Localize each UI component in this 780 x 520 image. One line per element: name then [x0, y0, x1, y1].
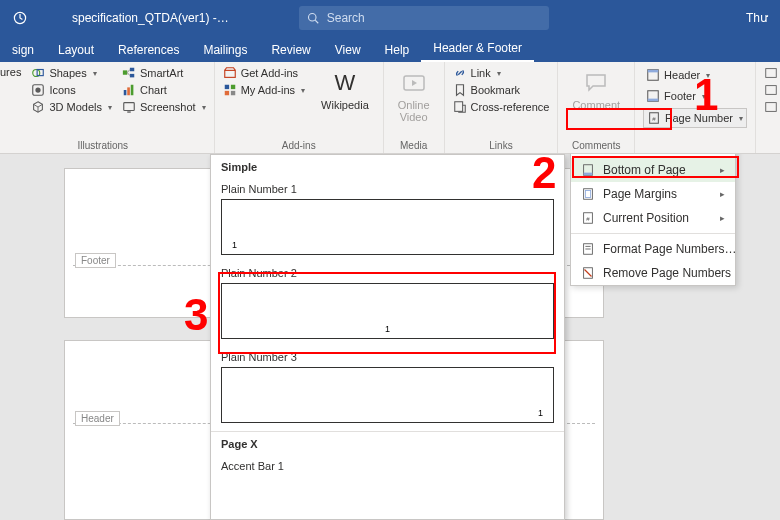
gallery-item-accent1[interactable]: Accent Bar 1	[211, 456, 564, 472]
tab-layout[interactable]: Layout	[46, 38, 106, 62]
header-label: Header	[75, 411, 120, 426]
chevron-down-icon: ▾	[108, 103, 112, 112]
screenshot-button[interactable]: Screenshot▾	[122, 100, 206, 114]
crop-btn-2[interactable]: ▾	[764, 83, 780, 97]
tab-header-footer[interactable]: Header & Footer	[421, 36, 534, 62]
group-header-footer: Header▾ Footer▾ #Page Number▾	[635, 62, 755, 153]
page-margins-icon	[581, 187, 595, 201]
svg-point-1	[308, 14, 316, 22]
tab-references[interactable]: References	[106, 38, 191, 62]
svg-line-2	[315, 20, 318, 23]
smartart-button[interactable]: SmartArt	[122, 66, 206, 80]
footer-label: Footer	[75, 253, 116, 268]
comment-icon	[583, 70, 609, 96]
group-comments: Comment Comments	[558, 62, 635, 153]
page-current-icon: #	[581, 211, 595, 225]
gallery-item-plain1[interactable]: Plain Number 1 1	[211, 179, 564, 263]
document-area[interactable]: Footer Header Simple Plain Number 1 1 Pl…	[0, 154, 780, 520]
crossref-button[interactable]: Cross-reference	[453, 100, 550, 114]
menu-current-position[interactable]: # Current Position▸	[571, 206, 735, 230]
tab-view[interactable]: View	[323, 38, 373, 62]
autosave-icon[interactable]	[12, 8, 32, 28]
tab-design[interactable]: sign	[0, 38, 46, 62]
icons-button[interactable]: Icons	[31, 83, 112, 97]
svg-line-11	[127, 73, 130, 76]
crop-btn-1[interactable]: ▾	[764, 66, 780, 80]
chevron-down-icon: ▾	[497, 69, 501, 78]
chevron-right-icon: ▸	[720, 165, 725, 175]
generic-icon	[764, 66, 778, 80]
svg-text:W: W	[335, 70, 356, 95]
svg-rect-17	[224, 70, 235, 77]
wikipedia-icon: W	[332, 70, 358, 96]
tab-help[interactable]: Help	[373, 38, 422, 62]
video-icon	[401, 70, 427, 96]
page-bottom-icon	[581, 163, 595, 177]
pictures-button[interactable]: ures	[0, 66, 21, 78]
bookmark-icon	[453, 83, 467, 97]
3dmodels-button[interactable]: 3D Models▾	[31, 100, 112, 114]
svg-rect-41	[585, 191, 590, 198]
svg-rect-18	[224, 85, 228, 89]
title-bar: specification_QTDA(ver1) -… Search Thư	[0, 0, 780, 36]
wikipedia-button[interactable]: W Wikipedia	[315, 66, 375, 138]
menu-format-page-numbers[interactable]: Format Page Numbers…	[571, 237, 735, 261]
remove-icon	[581, 266, 595, 280]
tab-review[interactable]: Review	[259, 38, 322, 62]
svg-rect-32	[766, 86, 777, 95]
chevron-right-icon: ▸	[720, 189, 725, 199]
chevron-right-icon: ▸	[720, 213, 725, 223]
chart-icon	[122, 83, 136, 97]
svg-rect-26	[648, 70, 659, 73]
format-icon	[581, 242, 595, 256]
header-button[interactable]: Header▾	[643, 66, 747, 84]
group-label-addins: Add-ins	[223, 138, 375, 151]
pagenumber-icon: #	[647, 111, 661, 125]
gallery-item-plain2[interactable]: Plain Number 2 1	[211, 263, 564, 347]
account-name[interactable]: Thư	[746, 11, 768, 25]
chevron-down-icon: ▾	[702, 92, 706, 101]
shapes-button[interactable]: Shapes▾	[31, 66, 112, 80]
crossref-icon	[453, 100, 467, 114]
group-media: Online Video Media	[384, 62, 445, 153]
link-button[interactable]: Link▾	[453, 66, 550, 80]
chevron-down-icon: ▾	[706, 71, 710, 80]
svg-rect-39	[584, 173, 593, 176]
page-number-button[interactable]: #Page Number▾	[643, 108, 747, 128]
screenshot-icon	[122, 100, 136, 114]
gallery-item-plain3[interactable]: Plain Number 3 1	[211, 347, 564, 431]
chevron-down-icon: ▾	[739, 114, 743, 123]
svg-rect-19	[231, 85, 235, 89]
group-links: Link▾ Bookmark Cross-reference Links	[445, 62, 559, 153]
search-input[interactable]: Search	[299, 6, 549, 30]
ribbon: ures Shapes▾ Icons 3D Models▾ SmartArt C…	[0, 62, 780, 154]
svg-rect-28	[648, 99, 659, 102]
preview-plain2: 1	[221, 283, 554, 339]
chart-button[interactable]: Chart	[122, 83, 206, 97]
group-label-links: Links	[453, 138, 550, 151]
my-addins-button[interactable]: My Add-ins▾	[223, 83, 305, 97]
group-label-illustrations: Illustrations	[0, 138, 206, 151]
group-label-comments: Comments	[566, 138, 626, 151]
footer-button[interactable]: Footer▾	[643, 87, 747, 105]
document-title: specification_QTDA(ver1) -…	[72, 11, 229, 25]
tab-mailings[interactable]: Mailings	[191, 38, 259, 62]
generic-icon	[764, 83, 778, 97]
crop-btn-3[interactable]: ▾	[764, 100, 780, 114]
menu-bottom-of-page[interactable]: Bottom of Page▸	[571, 158, 735, 182]
svg-rect-20	[224, 91, 228, 95]
get-addins-button[interactable]: Get Add-ins	[223, 66, 305, 80]
svg-rect-8	[130, 68, 134, 72]
chevron-down-icon: ▾	[93, 69, 97, 78]
comment-button: Comment	[566, 66, 626, 138]
chevron-down-icon: ▾	[202, 103, 206, 112]
svg-rect-33	[766, 103, 777, 112]
menu-remove-page-numbers[interactable]: Remove Page Numbers	[571, 261, 735, 285]
pagenumber-menu: Top of Page▸ Bottom of Page▸ Page Margin…	[570, 154, 736, 286]
bookmark-button[interactable]: Bookmark	[453, 83, 550, 97]
group-right-crop: ▾ ▾ ▾ ▾ ▾	[755, 62, 780, 153]
group-illustrations: ures Shapes▾ Icons 3D Models▾ SmartArt C…	[0, 62, 215, 153]
menu-page-margins[interactable]: Page Margins▸	[571, 182, 735, 206]
gallery-section-pagex: Page X	[211, 432, 564, 456]
svg-rect-14	[131, 85, 134, 96]
